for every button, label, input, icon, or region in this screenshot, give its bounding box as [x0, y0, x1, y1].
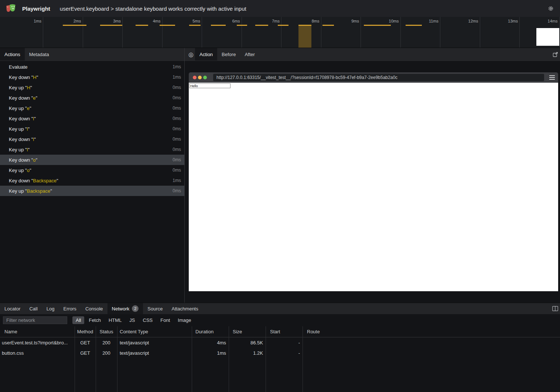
snapshot-page [189, 83, 558, 291]
timeline-action-tick [189, 25, 201, 26]
chip-font[interactable]: Font [157, 316, 173, 324]
chip-js[interactable]: JS [126, 316, 138, 324]
network-request-row[interactable]: userEvent.test.ts?import&bro...GET200tex… [0, 337, 560, 348]
tab-after-snapshot[interactable]: After [240, 48, 259, 61]
chip-image[interactable]: Image [174, 316, 194, 324]
timeline-time-label: 9ms [338, 19, 359, 23]
action-row[interactable]: Key up "l"0ms [0, 144, 184, 155]
timeline-gridline [43, 17, 43, 48]
pick-locator-target-icon[interactable]: ◎ [188, 48, 194, 61]
action-row[interactable]: Evaluate1ms [0, 62, 184, 72]
timeline-gridline [480, 17, 480, 48]
network-cell-dur: 4ms [192, 340, 229, 345]
action-duration: 1ms [173, 64, 181, 69]
action-label: Key down [9, 95, 30, 101]
tab-errors[interactable]: Errors [59, 303, 81, 314]
action-duration: 0ms [173, 126, 181, 131]
trace-viewer-window: Playwright userEvent.keyboard > standalo… [0, 0, 560, 392]
col-header-content-type[interactable]: Content Type [117, 329, 192, 334]
action-duration: 0ms [173, 116, 181, 121]
network-cell-start: - [266, 340, 303, 345]
tab-actions[interactable]: Actions [0, 48, 25, 61]
network-cell-name: button.css [0, 350, 75, 356]
action-duration: 0ms [173, 137, 181, 142]
timeline-time-label: 11ms [417, 19, 438, 23]
chip-all[interactable]: All [72, 316, 84, 324]
network-request-row[interactable]: button.cssGET200text/javascript1ms1.2K- [0, 348, 560, 358]
action-key-value: H [27, 85, 30, 90]
traffic-light-zoom-icon [203, 76, 207, 79]
timeline-gridline [400, 17, 401, 48]
action-row[interactable]: Key up "e"0ms [0, 103, 184, 113]
timeline-gridline [202, 17, 202, 48]
open-snapshot-external-icon[interactable] [550, 48, 560, 61]
column-separator[interactable] [266, 326, 266, 392]
action-row[interactable]: Key down "H"1ms [0, 72, 184, 82]
timeline-time-label: 2ms [60, 19, 81, 23]
col-header-start[interactable]: Start [266, 329, 303, 334]
column-separator[interactable] [192, 326, 192, 392]
col-header-method[interactable]: Method [75, 329, 96, 334]
timeline-time-label: 3ms [99, 19, 121, 23]
col-header-size[interactable]: Size [229, 329, 266, 334]
column-separator[interactable] [96, 326, 96, 392]
action-label: Key down [9, 116, 30, 121]
column-separator[interactable] [117, 326, 117, 392]
action-row[interactable]: Key down "e"0ms [0, 93, 184, 103]
timeline-gridline [281, 17, 281, 48]
action-duration: 0ms [173, 106, 181, 111]
timeline-gridline [122, 17, 123, 48]
column-separator[interactable] [303, 326, 303, 392]
actions-list: Evaluate1msKey down "H"1msKey up "H"0msK… [0, 61, 184, 303]
col-header-route[interactable]: Route [303, 329, 560, 334]
action-key-value: Backspace [33, 178, 57, 183]
tab-locator[interactable]: Locator [0, 303, 25, 314]
tab-source[interactable]: Source [143, 303, 167, 314]
chip-fetch[interactable]: Fetch [85, 316, 104, 324]
page-text-input[interactable] [189, 83, 231, 88]
settings-gear-icon[interactable] [547, 4, 555, 13]
chip-html[interactable]: HTML [105, 316, 125, 324]
tab-attachments[interactable]: Attachments [167, 303, 202, 314]
col-header-name[interactable]: Name [0, 329, 75, 334]
action-row[interactable]: Key down "Backspace"1ms [0, 175, 184, 186]
action-label: Key up [9, 188, 24, 194]
action-row[interactable]: Key down "l"0ms [0, 134, 184, 144]
timeline-action-tick [406, 25, 422, 26]
action-label: Key up [9, 85, 24, 90]
tab-network[interactable]: Network 2 [107, 303, 143, 314]
col-header-status[interactable]: Status [96, 329, 117, 334]
action-row[interactable]: Key up "H"0ms [0, 82, 184, 93]
action-key-value: e [27, 106, 30, 111]
tab-call[interactable]: Call [25, 303, 42, 314]
action-row[interactable]: Key down "o"0ms [0, 155, 184, 165]
action-row[interactable]: Key up "Backspace"0ms [0, 186, 184, 196]
column-separator[interactable] [75, 326, 75, 392]
column-separator[interactable] [229, 326, 229, 392]
tab-before-snapshot[interactable]: Before [217, 48, 240, 61]
action-row[interactable]: Key up "l"0ms [0, 124, 184, 134]
action-row[interactable]: Key up "o"0ms [0, 165, 184, 175]
timeline-action-tick [63, 25, 86, 26]
network-cell-method: GET [75, 350, 96, 356]
timeline-gridline [361, 17, 361, 48]
timeline-selection-band[interactable] [298, 25, 311, 48]
network-cell-status: 200 [96, 340, 117, 345]
timeline-gridline [83, 17, 83, 48]
chip-css[interactable]: CSS [140, 316, 156, 324]
tab-metadata[interactable]: Metadata [25, 48, 54, 61]
action-key-value: H [33, 75, 36, 80]
network-cell-start: - [266, 350, 303, 356]
col-header-duration[interactable]: Duration [192, 329, 229, 334]
test-title: userEvent.keyboard > standalone keyboard… [60, 6, 246, 12]
timeline-time-label: 12ms [457, 19, 478, 23]
network-cell-ctype: text/javascript [117, 350, 192, 356]
tab-action-snapshot[interactable]: Action [195, 48, 217, 61]
action-row[interactable]: Key down "l"0ms [0, 113, 184, 124]
tab-console[interactable]: Console [81, 303, 107, 314]
tab-log[interactable]: Log [42, 303, 59, 314]
split-view-columns-icon[interactable] [550, 303, 560, 314]
network-table: Name Method Status Content Type Duration… [0, 326, 560, 392]
network-filter-input[interactable] [3, 316, 67, 324]
timeline[interactable]: 1ms2ms3ms4ms5ms6ms7ms8ms9ms10ms11ms12ms1… [0, 17, 560, 48]
